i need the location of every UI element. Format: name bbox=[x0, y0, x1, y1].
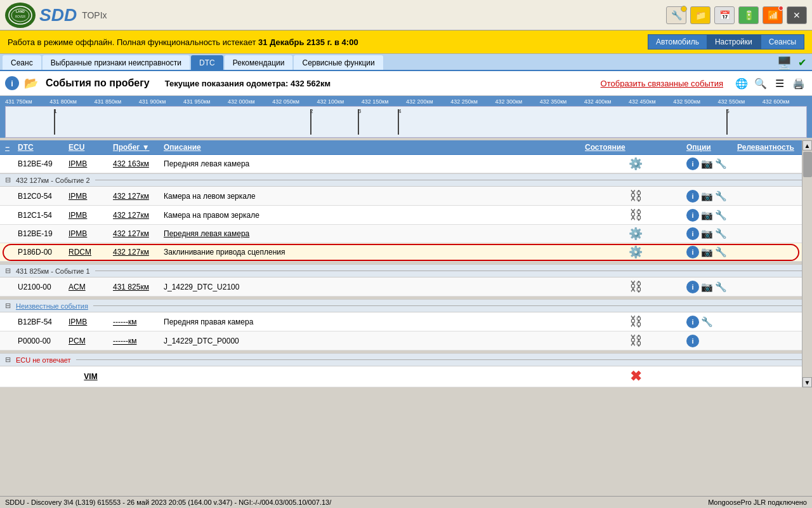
row-ecu[interactable]: IPMB bbox=[69, 229, 113, 238]
info-btn[interactable]: i bbox=[686, 227, 699, 240]
header-icon-user[interactable]: 🔧 bbox=[666, 6, 686, 24]
info-btn[interactable]: i bbox=[686, 281, 699, 293]
col-state-header[interactable]: Состояние bbox=[585, 143, 686, 152]
row-mileage[interactable]: 431 825км bbox=[113, 283, 164, 291]
wrench-icon[interactable]: 🔧 bbox=[715, 190, 727, 202]
app-header: LAND ROVER SDD TOPIx 🔧 📁 📅 🔋 📶 ✕ bbox=[0, 0, 812, 30]
camera-icon[interactable]: 📷 bbox=[701, 246, 713, 258]
row-desc: Передняя левая камера bbox=[164, 229, 585, 238]
row-ecu[interactable]: VIM bbox=[69, 372, 113, 381]
scroll-up[interactable]: ▲ bbox=[802, 140, 812, 150]
svg-text:ROVER: ROVER bbox=[15, 15, 26, 18]
row-options: i 📷 🔧 bbox=[686, 246, 737, 258]
group-expand-1[interactable]: ⊟ bbox=[5, 176, 11, 184]
tabbar-icon-ok[interactable]: ✔ bbox=[794, 56, 809, 70]
col-dtc-header[interactable]: DTC bbox=[18, 143, 69, 152]
scroll-thumb[interactable] bbox=[803, 152, 812, 177]
wrench-icon[interactable]: 🔧 bbox=[715, 210, 727, 221]
row-ecu[interactable]: PCM bbox=[69, 337, 113, 345]
group-expand-3[interactable]: ⊟ bbox=[5, 302, 11, 310]
row-ecu[interactable]: ACM bbox=[69, 283, 113, 291]
tabbar-icon-computer[interactable]: 🖥️ bbox=[776, 56, 792, 70]
tab-recommendations[interactable]: Рекомендации bbox=[225, 55, 293, 70]
chain-icon: ⛓ bbox=[629, 189, 642, 203]
header-icon-folder[interactable]: 📁 bbox=[690, 6, 710, 24]
list-icon[interactable]: ☰ bbox=[771, 75, 788, 91]
scroll-down[interactable]: ▼ bbox=[802, 377, 812, 387]
row-state: ⚙️ bbox=[585, 157, 686, 171]
col-ecu-header[interactable]: ECU bbox=[69, 143, 113, 152]
row-mileage[interactable]: 432 127км bbox=[113, 248, 164, 257]
camera-icon[interactable]: 📷 bbox=[701, 190, 713, 202]
header-icon-rss[interactable]: 📶 bbox=[763, 6, 783, 24]
wrench-icon[interactable]: 🔧 bbox=[715, 228, 727, 239]
page-header: i 📂 События по пробегу Текущие показания… bbox=[0, 71, 812, 96]
table-row: U2100-00 ACM 431 825км J_14229_DTC_U2100… bbox=[0, 277, 812, 297]
info-icon[interactable]: i bbox=[5, 76, 19, 90]
show-related-events-link[interactable]: Отобразить связанные события bbox=[601, 79, 723, 88]
nav-settings-button[interactable]: Настройки bbox=[707, 34, 761, 50]
tab-session[interactable]: Сеанс bbox=[3, 55, 41, 70]
row-state: ⚙️ bbox=[585, 227, 686, 241]
row-ecu[interactable]: IPMB bbox=[69, 159, 113, 168]
tab-symptoms[interactable]: Выбранные признаки неисправности bbox=[43, 55, 190, 70]
info-btn[interactable]: i bbox=[686, 335, 699, 347]
print-icon[interactable]: 🖨️ bbox=[790, 75, 807, 91]
info-btn[interactable]: i bbox=[686, 157, 699, 170]
row-ecu[interactable]: IPMB bbox=[69, 192, 113, 201]
header-icon-calendar[interactable]: 📅 bbox=[714, 6, 735, 24]
col-relevance-header[interactable]: Релевантность bbox=[737, 143, 807, 152]
info-btn[interactable]: i bbox=[686, 190, 699, 203]
expire-date: 31 Декабрь 2135 г. в 4:00 bbox=[258, 37, 358, 47]
table-row: B12BE-49 IPMB 432 163км Передняя левая к… bbox=[0, 155, 812, 173]
header-icon-close[interactable]: ✕ bbox=[787, 6, 807, 24]
scrollbar[interactable]: ▲ ▼ bbox=[802, 140, 812, 387]
row-options: i 📷 🔧 bbox=[686, 190, 737, 203]
camera-icon[interactable]: 📷 bbox=[701, 281, 713, 293]
nav-sessions-button[interactable]: Сеансы bbox=[761, 34, 804, 50]
camera-icon[interactable]: 📷 bbox=[701, 228, 713, 239]
row-ecu[interactable]: IPMB bbox=[69, 318, 113, 326]
row-ecu[interactable]: RDCM bbox=[69, 248, 113, 257]
tab-dtc[interactable]: DTC bbox=[191, 55, 223, 70]
info-btn[interactable]: i bbox=[686, 316, 699, 328]
offline-text: Работа в режиме оффлайн. Полная функцион… bbox=[8, 37, 358, 47]
camera-icon[interactable]: 📷 bbox=[701, 158, 713, 170]
row-dtc: B12BE-49 bbox=[18, 159, 69, 168]
row-mileage[interactable]: 432 127км bbox=[113, 229, 164, 238]
row-mileage[interactable]: 432 127км bbox=[113, 192, 164, 201]
group-expand-2[interactable]: ⊟ bbox=[5, 267, 11, 275]
search-icon[interactable]: 🔍 bbox=[752, 75, 769, 91]
offline-banner: Работа в режиме оффлайн. Полная функцион… bbox=[0, 30, 812, 54]
chain-icon: ⛓ bbox=[629, 333, 642, 348]
group-expand-4[interactable]: ⊟ bbox=[5, 356, 11, 364]
wrench-icon[interactable]: 🔧 bbox=[701, 316, 713, 328]
chain-icon: ⛓ bbox=[629, 314, 642, 329]
table-row-vim: VIM ✖ bbox=[0, 366, 812, 387]
header-icon-battery[interactable]: 🔋 bbox=[738, 6, 759, 24]
group-label-unknown[interactable]: Неизвестные события bbox=[16, 302, 88, 310]
globe-icon[interactable]: 🌐 bbox=[733, 75, 750, 91]
info-btn[interactable]: i bbox=[686, 246, 699, 258]
table-row: B12BF-54 IPMB ------км Передняя правая к… bbox=[0, 312, 812, 331]
folder-icon: 📂 bbox=[24, 76, 38, 90]
tab-service[interactable]: Сервисные функции bbox=[294, 55, 383, 70]
timeline-track: 1 2 3 4 5 bbox=[5, 106, 807, 138]
row-mileage[interactable]: 432 127км bbox=[113, 211, 164, 220]
row-mileage[interactable]: 432 163км bbox=[113, 159, 164, 168]
col-minus[interactable]: − bbox=[5, 143, 18, 152]
camera-icon[interactable]: 📷 bbox=[701, 210, 713, 221]
col-options-header[interactable]: Опции bbox=[686, 143, 737, 152]
wrench-icon[interactable]: 🔧 bbox=[715, 158, 727, 170]
row-options: i 📷 🔧 bbox=[686, 209, 737, 222]
wrench-icon[interactable]: 🔧 bbox=[715, 281, 727, 293]
row-desc: J_14229_DTC_P0000 bbox=[164, 337, 585, 345]
row-ecu[interactable]: IPMB bbox=[69, 211, 113, 220]
col-desc-header[interactable]: Описание bbox=[164, 143, 585, 152]
info-btn[interactable]: i bbox=[686, 209, 699, 222]
col-mileage-header[interactable]: Пробег ▼ bbox=[113, 143, 164, 152]
chain-icon: ⛓ bbox=[629, 208, 642, 222]
sdd-logo: SDD bbox=[39, 5, 77, 25]
nav-car-button[interactable]: Автомобиль bbox=[648, 34, 707, 50]
wrench-icon[interactable]: 🔧 bbox=[715, 246, 727, 258]
